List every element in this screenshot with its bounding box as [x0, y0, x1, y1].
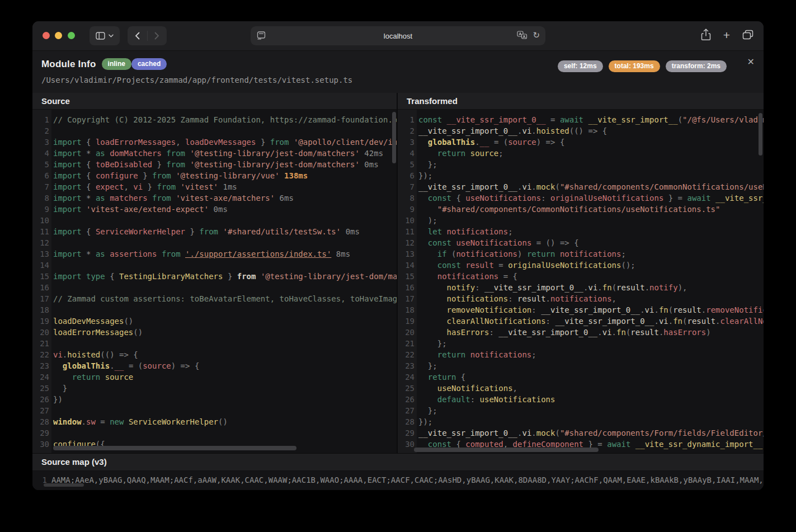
source-code: 1// Copyright (C) 2012-2025 Zammad Found…: [32, 110, 397, 453]
line-number: 13: [398, 248, 418, 260]
line-number: 8: [398, 192, 418, 204]
code-line: 12: [32, 237, 397, 248]
code-line: 19 clearAllNotifications: __vite_ssr_imp…: [398, 316, 764, 327]
line-number: 27: [398, 405, 418, 416]
line-number: 9: [398, 204, 418, 215]
transformed-panel-title: Transformed: [398, 93, 764, 110]
line-number: 10: [398, 215, 418, 226]
transformed-vertical-scrollbar[interactable]: [759, 113, 762, 156]
reload-icon[interactable]: ↻: [533, 31, 540, 40]
code-line: 3import { loadErrorMessages, loadDevMess…: [32, 136, 397, 148]
code-line: 27: [32, 405, 397, 416]
code-line: 6import { configure } from '@testing-lib…: [32, 170, 397, 181]
line-number: 18: [398, 304, 418, 316]
source-vertical-scrollbar[interactable]: [392, 112, 396, 163]
new-tab-icon[interactable]: +: [723, 29, 730, 41]
line-number: 28: [32, 416, 53, 427]
close-icon[interactable]: ✕: [747, 58, 755, 67]
code-line: 14: [32, 260, 397, 271]
line-number: 20: [398, 327, 418, 338]
code-line: 20 hasErrors: __vite_ssr_import_0__.vi.f…: [398, 327, 764, 338]
line-number: 7: [32, 181, 53, 192]
code-line: 29__vite_ssr_import_0__.vi.mock("#shared…: [398, 427, 764, 439]
line-number: 27: [32, 405, 53, 416]
file-link[interactable]: './support/assertions/index.ts': [185, 249, 331, 258]
code-line: 24 return {: [398, 371, 764, 383]
code-line: 3 globalThis.__ = (source) => {: [398, 136, 764, 148]
sidebar-icon: [96, 32, 105, 40]
back-button[interactable]: [128, 26, 147, 45]
sidebar-toggle-button[interactable]: [90, 26, 120, 45]
line-number: 5: [32, 159, 53, 170]
traffic-light-zoom[interactable]: [68, 32, 75, 39]
line-number: 12: [398, 237, 418, 248]
sourcemap-section: Source map (v3) 1 AAMA;AAeA,yBAAG,QAAQ,M…: [32, 453, 764, 490]
code-line: 1const __vite_ssr_import_0__ = await __v…: [398, 114, 764, 125]
line-number: 1: [398, 114, 418, 125]
code-line: 10: [32, 215, 397, 226]
code-line: 6});: [398, 170, 764, 181]
line-number: 19: [32, 316, 53, 327]
line-number: 18: [32, 304, 53, 316]
code-line: 7import { expect, vi } from 'vitest' 1ms: [32, 181, 397, 192]
line-number: 28: [398, 416, 418, 427]
code-line: 13 if (notifications) return notificatio…: [398, 248, 764, 260]
code-line: 15 notifications = {: [398, 271, 764, 282]
code-line: 26}): [32, 394, 397, 405]
code-line: 25 }: [32, 383, 397, 394]
nav-buttons: [128, 26, 167, 45]
code-line: 4import * as domMatchers from '@testing-…: [32, 148, 397, 159]
code-line: 13import * as assertions from './support…: [32, 248, 397, 260]
code-line: 28window.sw = new ServiceWorkerHelper(): [32, 416, 397, 427]
line-number: 16: [32, 282, 53, 293]
line-number: 25: [398, 383, 418, 394]
code-line: 5 };: [398, 159, 764, 170]
tab-overview-icon[interactable]: [742, 30, 753, 40]
source-panel-title: Source: [32, 93, 397, 110]
line-number: 15: [398, 271, 418, 282]
code-line: 17// Zammad custom assertions: toBeAvata…: [32, 293, 397, 304]
nav-divider: [147, 31, 148, 41]
code-line: 16 notify: __vite_ssr_import_0__.vi.fn(r…: [398, 282, 764, 293]
sourcemap-line: 1 AAMA;AAeA,yBAAG,QAAQ,MAAM;AACf,aAAW,KA…: [32, 473, 764, 487]
sourcemap-title: Source map (v3): [32, 454, 764, 471]
share-icon[interactable]: [701, 29, 711, 41]
code-line: 10 );: [398, 215, 764, 226]
address-bar[interactable]: localhost ↻: [251, 26, 545, 45]
code-line: 22vi.hoisted(() => {: [32, 349, 397, 360]
code-line: 5import { toBeDisabled } from '@testing-…: [32, 159, 397, 170]
line-number: 26: [32, 394, 53, 405]
code-line: 14 const result = originalUseNotificatio…: [398, 260, 764, 271]
badge-inline: inline: [102, 58, 131, 70]
chevron-right-icon: [154, 32, 159, 40]
code-line: 4 return source;: [398, 148, 764, 159]
code-line: 26 default: useNotifications: [398, 394, 764, 405]
metric-total: total: 193ms: [609, 60, 660, 72]
line-number: 17: [398, 293, 418, 304]
badge-cached: cached: [131, 58, 167, 70]
source-horizontal-scrollbar[interactable]: [53, 446, 296, 450]
translate-icon[interactable]: [517, 31, 527, 40]
line-number: 3: [398, 136, 418, 148]
code-line: 16: [32, 282, 397, 293]
code-line: 29: [32, 427, 397, 439]
module-info-header: Module Info inlinecached self: 12mstotal…: [32, 51, 764, 93]
line-number: 25: [32, 383, 53, 394]
code-line: 8import * as matchers from 'vitest-axe/m…: [32, 192, 397, 204]
forward-button[interactable]: [147, 26, 167, 45]
code-line: 25 useNotifications,: [398, 383, 764, 394]
code-line: 18 removeNotification: __vite_ssr_import…: [398, 304, 764, 316]
transformed-horizontal-scrollbar[interactable]: [414, 448, 599, 452]
code-line: 21 };: [398, 338, 764, 349]
traffic-light-minimize[interactable]: [55, 32, 62, 39]
traffic-light-close[interactable]: [43, 32, 50, 39]
line-number: 5: [398, 159, 418, 170]
line-number: 6: [398, 170, 418, 181]
code-line: 23 };: [398, 360, 764, 371]
browser-toolbar: localhost ↻: [32, 21, 764, 51]
code-line: 11 let notifications;: [398, 226, 764, 237]
code-line: 15import type { TestingLibraryMatchers }…: [32, 271, 397, 282]
line-number: 26: [398, 394, 418, 405]
sourcemap-horizontal-scrollbar[interactable]: [44, 483, 84, 487]
line-number: 17: [32, 293, 53, 304]
